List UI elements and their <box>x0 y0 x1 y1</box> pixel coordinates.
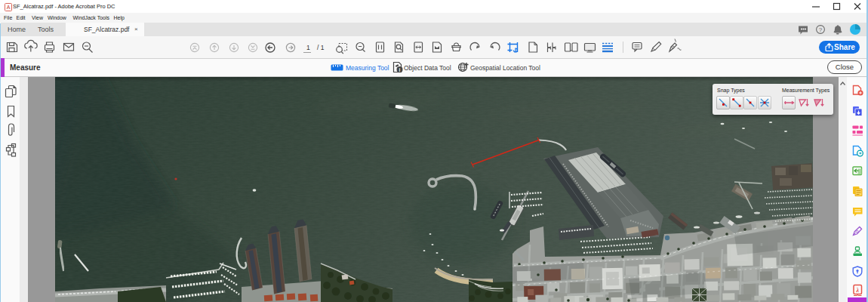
svg-text:A: A <box>7 5 11 10</box>
svg-text:1: 1 <box>306 44 310 51</box>
svg-text:Measurement Types: Measurement Types <box>782 88 830 94</box>
svg-text:λ: λ <box>855 287 859 294</box>
svg-text:i: i <box>399 67 401 72</box>
svg-text:Snap Types: Snap Types <box>717 88 745 94</box>
svg-text:/ 1: / 1 <box>317 44 325 51</box>
svg-text:?: ? <box>819 26 823 33</box>
